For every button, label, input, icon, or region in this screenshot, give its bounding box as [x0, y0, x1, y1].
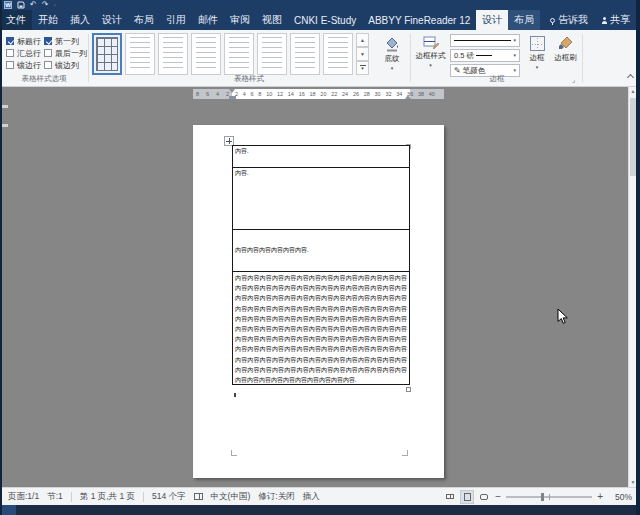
checkbox-icon — [6, 49, 14, 57]
table-style-thumbnail[interactable] — [290, 33, 320, 75]
table-cell[interactable]: 内容. — [233, 168, 409, 230]
checkbox-icon — [44, 49, 52, 57]
taskbar-accent — [0, 505, 16, 515]
chevron-down-icon: ▾ — [391, 66, 394, 71]
table-style-thumbnail[interactable] — [323, 33, 353, 75]
zoom-slider-thumb[interactable] — [541, 493, 544, 501]
borders-label: 边框 — [530, 53, 545, 63]
checkbox-label: 第一列 — [55, 36, 79, 47]
tab-references[interactable]: 引用 — [160, 10, 192, 30]
status-insert-mode[interactable]: 插入 — [303, 491, 320, 503]
checkbox-banded-columns[interactable]: 镶边列 — [44, 59, 90, 71]
gallery-more-button[interactable]: ▼ — [356, 61, 369, 75]
table-cell[interactable]: 内容内容内容内容内容内容. — [233, 230, 409, 272]
status-section[interactable]: 节:1 — [47, 491, 63, 503]
pen-weight-value: 0.5 磅 — [454, 51, 474, 61]
left-indent-marker[interactable] — [229, 96, 236, 99]
group-separator — [582, 34, 583, 82]
paragraph-mark — [234, 393, 236, 397]
pen-style-dropdown[interactable]: ▾ — [450, 34, 520, 47]
table-style-thumbnail[interactable] — [158, 33, 188, 75]
save-icon[interactable] — [17, 1, 25, 9]
table-style-thumbnail[interactable] — [191, 33, 221, 75]
word-window: W ↶ ↷ ▾ 文件 开始 插入 设计 布局 引用 邮件 审阅 视图 CNKI … — [0, 0, 640, 515]
tab-view[interactable]: 视图 — [256, 10, 288, 30]
customize-qat-icon[interactable]: ▾ — [53, 3, 56, 8]
status-word-count[interactable]: 514 个字 — [152, 491, 186, 503]
table-style-thumbnail[interactable] — [125, 33, 155, 75]
text-boundary-mark — [402, 450, 408, 456]
dialog-launcher-icon[interactable]: ⌟ — [572, 76, 575, 84]
undo-icon[interactable]: ↶ — [30, 1, 37, 9]
tab-table-design[interactable]: 设计 — [476, 10, 508, 30]
window-edge — [0, 0, 2, 515]
chevron-down-icon: ▾ — [513, 38, 516, 43]
pen-weight-dropdown[interactable]: 0.5 磅 ▾ — [450, 49, 520, 62]
tab-layout[interactable]: 布局 — [128, 10, 160, 30]
checkbox-header-row[interactable]: 标题行 — [6, 35, 44, 47]
table-style-thumbnail-selected[interactable] — [92, 33, 122, 75]
tab-home[interactable]: 开始 — [32, 10, 64, 30]
print-layout-button[interactable] — [461, 491, 473, 503]
zoom-level[interactable]: 50% — [608, 492, 632, 502]
checkbox-total-row[interactable]: 汇总行 — [6, 47, 44, 59]
read-mode-button[interactable] — [444, 491, 456, 503]
chevron-down-icon: ▾ — [513, 68, 516, 73]
zoom-slider[interactable] — [506, 496, 592, 498]
tell-me-button[interactable]: 告诉我 — [546, 10, 592, 30]
page[interactable]: 内容. 内容. 内容内容内容内容内容内容. 内容内容内容内容内容内容内容内容内容… — [193, 125, 444, 478]
proofing-status-icon[interactable] — [194, 493, 203, 500]
right-indent-marker[interactable] — [405, 95, 411, 99]
share-button[interactable]: 共享 — [602, 10, 630, 30]
status-track-changes[interactable]: 修订:关闭 — [258, 491, 294, 503]
tab-abbyy[interactable]: ABBYY FineReader 12 — [362, 10, 476, 30]
statusbar-right: − + 50% — [444, 491, 632, 503]
mini-table-rows — [262, 37, 282, 71]
table-cell[interactable]: 内容内容内容内容内容内容内容内容内容内容内容内容内容内容内容内容内容内容内容内容… — [233, 272, 409, 384]
collapse-ribbon-icon[interactable] — [627, 74, 634, 81]
status-divider — [143, 492, 144, 502]
mini-table-rows — [229, 37, 249, 71]
table-style-thumbnail[interactable] — [257, 33, 287, 75]
zoom-in-button[interactable]: + — [597, 492, 603, 502]
tab-review[interactable]: 审阅 — [224, 10, 256, 30]
table-cell[interactable]: 内容. — [233, 146, 409, 168]
first-line-indent-marker[interactable] — [229, 89, 235, 93]
tab-file[interactable]: 文件 — [0, 10, 32, 30]
checkbox-banded-rows[interactable]: 镶边行 — [6, 59, 44, 71]
tab-mailings[interactable]: 邮件 — [192, 10, 224, 30]
tab-table-layout[interactable]: 布局 — [508, 10, 540, 30]
mini-table-grid — [96, 37, 118, 71]
web-layout-button[interactable] — [478, 491, 490, 503]
table-style-options-group: 标题行 第一列 汇总行 最后一列 镶边行 镶边列 — [6, 35, 90, 71]
document-area: 8642 24681012141618202224262830323436384… — [0, 87, 640, 487]
tab-cnki[interactable]: CNKI E-Study — [288, 10, 362, 30]
tab-design[interactable]: 设计 — [96, 10, 128, 30]
table-style-thumbnail[interactable] — [224, 33, 254, 75]
zoom-out-button[interactable]: − — [495, 492, 501, 502]
tab-insert[interactable]: 插入 — [64, 10, 96, 30]
share-label: 共享 — [610, 13, 630, 27]
text-boundary-mark — [231, 450, 237, 456]
gallery-scroll-down-button[interactable]: ▼ — [356, 47, 369, 61]
checkbox-last-column[interactable]: 最后一列 — [44, 47, 90, 59]
web-icon — [480, 494, 488, 500]
checkbox-label: 最后一列 — [55, 48, 87, 59]
status-page-count[interactable]: 第 1 页,共 1 页 — [80, 491, 135, 503]
table-resize-handle[interactable] — [406, 387, 411, 392]
group-label-table-style-options: 表格样式选项 — [0, 74, 88, 84]
checkbox-first-column[interactable]: 第一列 — [44, 35, 90, 47]
group-separator — [88, 34, 89, 82]
checkbox-label: 镶边行 — [17, 60, 41, 71]
group-label-table-styles: 表格样式 — [90, 74, 408, 84]
redo-icon[interactable]: ↷ — [42, 1, 49, 9]
more-arrow-icon: ▼ — [360, 67, 364, 72]
gallery-scroll-up-button[interactable]: ▲ — [356, 33, 369, 47]
book-icon — [446, 494, 454, 499]
status-page-position[interactable]: 页面:1/1 — [8, 491, 39, 503]
status-language[interactable]: 中文(中国) — [211, 491, 251, 503]
table-styles-gallery — [92, 33, 353, 75]
border-styles-icon — [423, 36, 439, 49]
checkbox-label: 镶边列 — [55, 60, 79, 71]
document-table[interactable]: 内容. 内容. 内容内容内容内容内容内容. 内容内容内容内容内容内容内容内容内容… — [232, 145, 410, 385]
